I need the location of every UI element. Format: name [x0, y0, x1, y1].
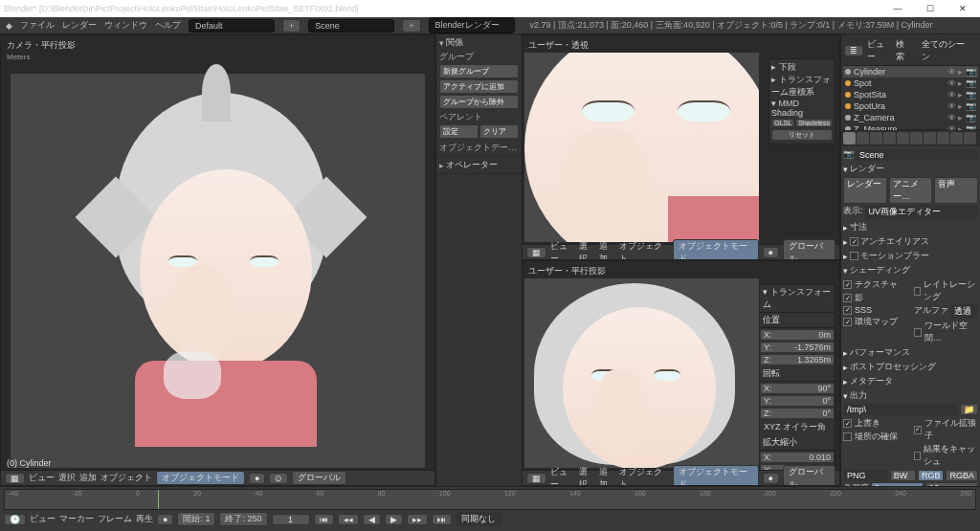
menu-render[interactable]: レンダー — [62, 19, 97, 32]
scene-name[interactable]: Scene — [856, 149, 978, 161]
visibility-icons[interactable]: 👁 ▸ 📷 — [947, 67, 976, 77]
rot-y[interactable]: Y:0° — [760, 395, 835, 407]
outliner-item[interactable]: SpotUra👁 ▸ 📷 — [843, 100, 978, 112]
properties-tabs[interactable] — [841, 130, 980, 146]
panel-transform-coord[interactable]: ▸ トランスフォーム座標系 — [771, 74, 833, 99]
rgb-button[interactable]: RGB — [918, 470, 945, 481]
properties-render[interactable]: 📷Scene ▾ レンダー レンダーアニメー…音声 表示:UV画像エディター ▸… — [841, 146, 980, 486]
rot-x[interactable]: X:90° — [760, 383, 835, 394]
autokey-icon[interactable]: ● — [157, 514, 173, 525]
tl-menu-frame[interactable]: フレーム — [98, 513, 132, 525]
outliner-menu-view[interactable]: ビュー — [867, 38, 892, 63]
outliner-menu-search[interactable]: 検索 — [896, 38, 912, 63]
mode-select[interactable]: オブジェクトモード — [673, 239, 759, 261]
outliner-filter[interactable]: 全てのシーン — [916, 37, 977, 64]
panel-transform[interactable]: ▾ トランスフォーム — [760, 285, 835, 313]
toolshelf-left-vp[interactable]: ▾関係 グループ 新規グループ アクティブに追加 グループから除外 ペアレント … — [435, 34, 522, 486]
tab-object-icon[interactable] — [897, 132, 909, 144]
engine-select[interactable]: Blenderレンダー — [429, 17, 515, 33]
jump-start-icon[interactable]: ⏮ — [314, 514, 334, 525]
scene-add-button[interactable]: + — [402, 19, 420, 33]
tab-texture-icon[interactable] — [964, 132, 976, 144]
format-select[interactable]: PNG — [843, 470, 888, 481]
orientation-select[interactable]: グローバル — [292, 471, 346, 485]
visibility-icons[interactable]: 👁 ▸ 📷 — [947, 90, 976, 100]
visibility-icons[interactable]: 👁 ▸ 📷 — [947, 113, 976, 122]
tab-renderlayers-icon[interactable] — [857, 132, 869, 144]
maximize-button[interactable]: ☐ — [917, 4, 944, 13]
panel-output[interactable]: 出力 — [850, 389, 867, 402]
viewport-bottom-right[interactable]: ユーザー・平行投影 Meters ▾ トランスフォーム 位置 X:0m Y:-1… — [522, 260, 840, 486]
parent-set-button[interactable]: 設定 — [439, 124, 479, 139]
n-panel-top[interactable]: ▸ 下段 ▸ トランスフォーム座標系 ▾ MMD Shading GLSLSha… — [768, 58, 835, 144]
panel-metadata[interactable]: メタデータ — [850, 375, 893, 387]
layout-select[interactable]: Default — [189, 19, 275, 33]
panel-motionblur[interactable]: モーションブラー — [860, 250, 929, 262]
viewport-left[interactable]: カメラ・平行投影 Meters (0) Cylinder ▦ ビュー 選択 追加… — [0, 34, 435, 486]
prev-key-icon[interactable]: ◂◂ — [338, 514, 359, 525]
alpha-select[interactable]: 透過 — [950, 304, 979, 319]
browse-icon[interactable]: 📁 — [960, 404, 978, 415]
render-button[interactable]: レンダー — [843, 177, 887, 204]
play-rev-icon[interactable]: ◀ — [363, 514, 381, 525]
rot-z[interactable]: Z:0° — [760, 408, 835, 419]
start-frame[interactable]: 開始: 1 — [177, 512, 215, 526]
menu-select[interactable]: 選択 — [58, 472, 76, 484]
play-icon[interactable]: ▶ — [385, 514, 403, 525]
panel-dimensions[interactable]: 寸法 — [850, 221, 867, 233]
visibility-icons[interactable]: 👁 ▸ 📷 — [947, 78, 976, 88]
close-button[interactable]: ✕ — [949, 4, 976, 13]
check-raytrace[interactable]: レイトレーシング — [914, 278, 979, 303]
menu-add[interactable]: 追加 — [79, 472, 97, 484]
output-path[interactable]: /tmp\ — [843, 404, 958, 415]
timeline-track[interactable]: -40-200204060801001201401601802002202402… — [4, 489, 976, 510]
current-frame[interactable]: 1 — [272, 514, 310, 525]
n-panel-transform[interactable]: ▾ トランスフォーム 位置 X:0m Y:-1.7576m Z:1.3265m … — [759, 284, 835, 486]
tab-scene-icon[interactable] — [870, 132, 882, 144]
editor-type-icon[interactable]: ≣ — [844, 45, 863, 56]
scale-x[interactable]: X:0.010 — [760, 452, 835, 463]
display-select[interactable]: UV画像エディター — [865, 205, 978, 219]
menu-view[interactable]: ビュー — [29, 472, 55, 484]
check-overwrite[interactable]: 上書き — [843, 417, 908, 430]
editor-type-icon[interactable]: 🕒 — [4, 514, 26, 525]
editor-type-icon[interactable]: ▦ — [526, 473, 546, 484]
panel-performance[interactable]: パフォーマンス — [850, 346, 910, 359]
panel-shading[interactable]: シェーディング — [850, 264, 910, 277]
visibility-icons[interactable]: 👁 ▸ 📷 — [947, 101, 976, 111]
check-envmap[interactable]: 環境マップ — [843, 316, 908, 328]
rgba-button[interactable]: RGBA — [946, 470, 978, 481]
loc-y[interactable]: Y:-1.7576m — [760, 342, 835, 353]
bw-button[interactable]: BW — [890, 470, 916, 481]
shadeless-button[interactable]: Shadeless — [795, 119, 833, 127]
playhead[interactable] — [158, 490, 159, 509]
mode-select[interactable]: オブジェクトモード — [156, 471, 245, 485]
depth16-button[interactable]: 16 — [925, 482, 978, 486]
panel-postprocessing[interactable]: ポストプロセッシング — [850, 361, 936, 373]
tab-modifiers-icon[interactable] — [924, 132, 936, 144]
tl-menu-view[interactable]: ビュー — [30, 513, 56, 525]
check-cache[interactable]: 結果をキャッシュ — [914, 443, 979, 468]
loc-x[interactable]: X:0m — [760, 329, 835, 341]
mmd-reset-button[interactable]: リセット — [771, 129, 833, 141]
menu-help[interactable]: ヘルプ — [155, 19, 181, 32]
rotation-mode[interactable]: XYZ オイラー角 — [760, 420, 835, 434]
jump-end-icon[interactable]: ⏭ — [432, 514, 452, 525]
loc-z[interactable]: Z:1.3265m — [760, 354, 835, 365]
outliner-item[interactable]: Cylinder👁 ▸ 📷 — [843, 66, 978, 77]
mode-select[interactable]: オブジェクトモード — [673, 465, 759, 487]
outliner-item[interactable]: Spot👁 ▸ 📷 — [843, 77, 978, 89]
check-worldspace[interactable]: ワールド空間… — [914, 320, 979, 344]
panel-relations[interactable]: 関係 — [446, 36, 463, 49]
sync-select[interactable]: 同期なし — [456, 512, 501, 526]
menu-file[interactable]: ファイル — [20, 19, 55, 32]
layout-add-button[interactable]: + — [282, 19, 301, 33]
shading-icon[interactable]: ● — [249, 473, 265, 484]
add-to-active-button[interactable]: アクティブに追加 — [439, 79, 519, 94]
check-placeholder[interactable]: 場所の確保 — [843, 431, 908, 443]
operator-panel[interactable]: オペレーター — [446, 159, 498, 171]
panel-antialias[interactable]: アンチエイリアス — [860, 235, 929, 248]
outliner-item[interactable]: Z_Camera👁 ▸ 📷 — [843, 112, 978, 123]
scene-select[interactable]: Scene — [308, 19, 394, 33]
panel-above[interactable]: ▸ 下段 — [771, 61, 833, 74]
